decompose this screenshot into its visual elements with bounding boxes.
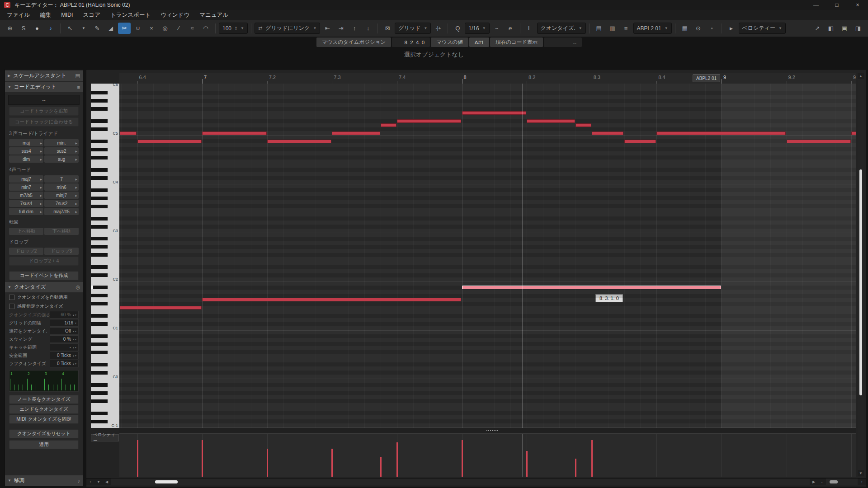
piano-key[interactable] — [91, 107, 119, 111]
setting-value-field[interactable]: 0 Ticks▲▼ — [50, 360, 79, 367]
match-chord-track-button[interactable]: コードトラックに合わせる — [9, 117, 79, 127]
piano-key[interactable] — [91, 334, 119, 338]
midi-note[interactable] — [787, 140, 851, 143]
midi-note[interactable] — [462, 111, 527, 115]
reset-quantize-button[interactable]: クオンタイズをリセット — [9, 429, 79, 438]
quantize-action-button[interactable]: ノート長をクオンタイズ — [9, 395, 79, 404]
piano-key[interactable] — [91, 282, 119, 286]
section-chord-edit[interactable]: ▼ コードエディット ≡ — [5, 82, 83, 92]
menu-item[interactable]: ウィンドウ — [156, 10, 194, 20]
show-note-expression-icon[interactable]: ▤ — [593, 23, 605, 34]
piano-key[interactable] — [91, 184, 119, 188]
maximize-button[interactable]: □ — [826, 0, 847, 10]
zoom-tool[interactable]: ◎ — [159, 23, 171, 34]
piano-key[interactable] — [91, 103, 119, 107]
nudge-left-icon[interactable]: ⇤ — [321, 23, 334, 34]
scroll-down-icon[interactable]: ▼ — [857, 470, 865, 476]
line-tool[interactable]: ∕ — [172, 23, 185, 34]
piano-key[interactable] — [91, 427, 119, 428]
piano-key[interactable] — [91, 245, 119, 249]
stepper-icon[interactable]: ▲▼ — [72, 314, 77, 316]
stepper-icon[interactable]: ▲▼ — [72, 338, 77, 341]
midi-note[interactable] — [202, 298, 461, 301]
nudge-right-icon[interactable]: ⇥ — [335, 23, 347, 34]
velocity-bar[interactable] — [331, 449, 333, 477]
piano-key[interactable] — [91, 383, 119, 387]
piano-key[interactable] — [91, 415, 119, 419]
velocity-bar[interactable] — [591, 440, 593, 477]
lower-zone-toggle-icon[interactable]: ▣ — [838, 23, 851, 34]
piano-key[interactable] — [91, 192, 119, 196]
triad-chord-button[interactable]: min.▶ — [44, 139, 79, 146]
snap-icon[interactable]: ⊠ — [381, 23, 394, 34]
four-note-chord-button[interactable]: 7sus4▶ — [9, 200, 43, 207]
length-quantize-select[interactable]: クオンタイズ. ▼ — [537, 23, 586, 34]
menu-item[interactable]: マニュアル — [194, 10, 233, 20]
section-quantize[interactable]: ▼ クオンタイズ ◎ — [5, 282, 83, 292]
piano-key[interactable] — [91, 346, 119, 350]
trim-tool[interactable]: ◢ — [104, 23, 117, 34]
piano-key[interactable] — [91, 249, 119, 253]
piano-key[interactable] — [91, 265, 119, 269]
vscroll-track[interactable] — [858, 79, 864, 470]
status-dot-icon[interactable]: ● — [706, 23, 718, 34]
right-zone-toggle-icon[interactable]: ◨ — [852, 23, 864, 34]
piano-key[interactable] — [91, 342, 119, 346]
length-quantize-icon[interactable]: L — [524, 23, 536, 34]
piano-key[interactable] — [91, 269, 119, 273]
piano-key[interactable] — [91, 310, 119, 314]
part-editing-mode-icon[interactable]: ▥ — [606, 23, 619, 34]
inversion-button[interactable]: 上へ移動 — [9, 228, 43, 235]
midi-note[interactable] — [397, 119, 462, 123]
zoom-in-icon[interactable]: + — [86, 479, 94, 485]
stepper-icon[interactable]: ▲▼ — [72, 362, 77, 365]
menu-item[interactable]: MIDI — [56, 10, 78, 20]
quantize-icon[interactable]: Q — [451, 23, 464, 34]
record-in-editor-button[interactable]: ● — [31, 23, 43, 34]
piano-key[interactable] — [91, 387, 119, 391]
midi-note[interactable] — [267, 140, 332, 143]
piano-key[interactable] — [91, 168, 119, 172]
setting-value-field[interactable]: 60 %▲▼ — [50, 311, 79, 319]
zoom-in-icon[interactable]: + — [858, 479, 866, 485]
piano-key[interactable] — [91, 188, 119, 192]
menu-item[interactable]: スコア — [78, 10, 105, 20]
piano-key[interactable] — [91, 261, 119, 265]
four-note-chord-button[interactable]: minj7▶ — [44, 192, 79, 199]
velocity-bar[interactable] — [396, 442, 398, 477]
velocity-bar[interactable] — [137, 440, 138, 477]
menu-item[interactable]: トランスポート — [105, 10, 156, 20]
minimize-button[interactable]: — — [806, 0, 826, 10]
stepper-icon[interactable]: ▲▼ — [235, 26, 237, 31]
stepper-icon[interactable]: ▲▼ — [72, 346, 77, 349]
time-warp-tool[interactable]: ≈ — [186, 23, 198, 34]
quantize-preset-select[interactable]: 1/16 ▼ — [465, 23, 489, 34]
piano-key[interactable] — [91, 139, 119, 143]
snap-relative-icon[interactable]: -|+ — [432, 23, 444, 34]
curve-tool[interactable]: ◠ — [199, 23, 212, 34]
four-note-chord-button[interactable]: m7/b5▶ — [9, 192, 43, 199]
velocity-bar[interactable] — [202, 440, 203, 477]
close-button[interactable]: × — [847, 0, 868, 10]
quantize-action-button[interactable]: エンドをクオンタイズ — [9, 405, 79, 414]
snap-type-select[interactable]: グリッド ▼ — [395, 23, 431, 34]
triad-chord-button[interactable]: dim▶ — [9, 155, 43, 163]
velocity-bar[interactable] — [462, 440, 463, 477]
time-format-icon[interactable]: ⊙ — [692, 23, 705, 34]
four-note-chord-button[interactable]: min6▶ — [44, 183, 79, 191]
triad-chord-button[interactable]: maj▶ — [9, 139, 43, 146]
piano-key[interactable] — [91, 151, 119, 155]
piano-key[interactable] — [91, 318, 119, 322]
lane-resize-handle[interactable] — [486, 430, 498, 431]
piano-key[interactable] — [91, 143, 119, 147]
piano-key[interactable] — [91, 395, 119, 399]
vscroll-thumb[interactable] — [859, 169, 862, 395]
piano-keyboard[interactable]: C6C5C4C3C2C1C0C-1 — [91, 84, 119, 428]
piano-key[interactable] — [91, 91, 119, 95]
scroll-menu-icon[interactable]: ▼ — [94, 479, 103, 485]
part-list-icon[interactable]: ≡ — [620, 23, 632, 34]
midi-note[interactable] — [576, 123, 591, 127]
setting-value-field[interactable]: 0 Ticks▲▼ — [50, 352, 79, 359]
menu-item[interactable]: ファイル — [2, 10, 35, 20]
midi-note[interactable] — [527, 119, 575, 123]
